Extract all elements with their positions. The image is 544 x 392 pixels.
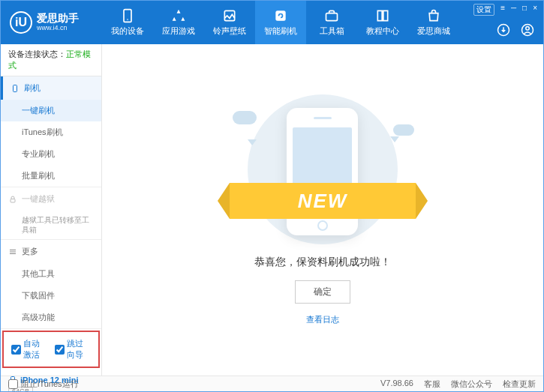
success-message: 恭喜您，保资料刷机成功啦！ (254, 256, 391, 269)
tab-ringtone[interactable]: 铃声壁纸 (204, 1, 255, 44)
success-illustration: NEW (225, 94, 420, 244)
new-badge: NEW (230, 183, 416, 219)
svg-rect-4 (326, 13, 338, 21)
settings-link[interactable]: 设置 (473, 4, 494, 16)
book-icon (375, 8, 390, 23)
svg-point-7 (526, 27, 530, 31)
sidebar-flash-header[interactable]: 刷机 (1, 76, 101, 100)
sidebar-item-pro-flash[interactable]: 专业刷机 (1, 143, 101, 165)
tab-label: 我的设备 (111, 25, 144, 37)
main-content: NEW 恭喜您，保资料刷机成功啦！ 确定 查看日志 (102, 44, 543, 376)
version-label: V7.98.66 (380, 379, 413, 390)
view-log-link[interactable]: 查看日志 (306, 314, 339, 325)
cloud-icon (233, 111, 257, 124)
connection-status: 设备连接状态：正常模式 (1, 44, 101, 76)
menu-icon[interactable]: ≡ (500, 4, 505, 16)
svg-point-1 (127, 19, 128, 20)
tab-flash[interactable]: 智能刷机 (255, 1, 306, 44)
window-controls: 设置 ≡ ─ □ × (473, 4, 537, 16)
refresh-icon (273, 8, 288, 23)
phone-icon (11, 84, 20, 93)
checkbox-auto-activate[interactable]: 自动激活 (11, 338, 47, 361)
cb-label: 自动激活 (23, 338, 47, 361)
confirm-button[interactable]: 确定 (295, 280, 350, 304)
toolbox-icon (324, 8, 339, 23)
support-link[interactable]: 客服 (424, 379, 440, 390)
app-name: 爱思助手 (37, 13, 79, 24)
sidebar-item-download-firmware[interactable]: 下载固件 (1, 285, 101, 307)
nav-tabs: 我的设备 应用游戏 铃声壁纸 智能刷机 工具箱 教程中心 爱思商城 (102, 1, 459, 44)
tab-label: 应用游戏 (162, 25, 195, 37)
block-itunes-checkbox[interactable]: 阻止iTunes运行 (8, 379, 79, 390)
chevron-down-icon (248, 139, 257, 145)
user-icon[interactable] (521, 23, 534, 37)
tab-my-device[interactable]: 我的设备 (102, 1, 153, 44)
minimize-icon[interactable]: ─ (511, 4, 516, 16)
tab-label: 教程中心 (366, 25, 399, 37)
app-logo-icon: iU (10, 11, 32, 34)
tab-toolbox[interactable]: 工具箱 (306, 1, 357, 44)
wechat-link[interactable]: 微信公众号 (451, 379, 492, 390)
tab-label: 智能刷机 (264, 25, 297, 37)
svg-rect-8 (14, 85, 17, 91)
sidebar-more-header[interactable]: 更多 (1, 240, 101, 263)
tab-label: 爱思商城 (417, 25, 450, 37)
store-icon (426, 8, 441, 23)
sidebar-item-advanced[interactable]: 高级功能 (1, 307, 101, 328)
menu-icon (8, 247, 17, 256)
tab-label: 铃声壁纸 (213, 25, 246, 37)
checkbox-highlight-area: 自动激活 跳过向导 (2, 331, 100, 368)
section-label: 更多 (22, 246, 38, 257)
apps-icon (171, 8, 186, 23)
sidebar-item-other-tools[interactable]: 其他工具 (1, 263, 101, 285)
sidebar: 设备连接状态：正常模式 刷机 一键刷机 iTunes刷机 专业刷机 批量刷机 一… (1, 44, 102, 376)
svg-rect-3 (275, 10, 285, 20)
sidebar-item-batch-flash[interactable]: 批量刷机 (1, 165, 101, 187)
close-icon[interactable]: × (533, 4, 537, 16)
jailbreak-note: 越狱工具已转移至工具箱 (1, 211, 101, 239)
tab-apps[interactable]: 应用游戏 (153, 1, 204, 44)
svg-rect-9 (11, 199, 15, 202)
phone-icon (120, 8, 135, 23)
section-label: 刷机 (24, 82, 41, 94)
tab-tutorial[interactable]: 教程中心 (357, 1, 408, 44)
cb-label: 跳过向导 (67, 338, 91, 361)
app-url: www.i4.cn (37, 25, 79, 32)
check-update-link[interactable]: 检查更新 (503, 379, 536, 390)
logo-area: iU 爱思助手 www.i4.cn (1, 11, 102, 34)
maximize-icon[interactable]: □ (522, 4, 527, 16)
tab-store[interactable]: 爱思商城 (408, 1, 459, 44)
section-label: 一键越狱 (22, 193, 55, 205)
sidebar-jailbreak-header[interactable]: 一键越狱 (1, 187, 101, 211)
cloud-icon (393, 124, 414, 136)
conn-label: 设备连接状态： (8, 49, 66, 58)
tab-label: 工具箱 (320, 25, 344, 37)
block-itunes-label: 阻止iTunes运行 (21, 379, 79, 390)
wallpaper-icon (222, 8, 237, 23)
chevron-down-icon (390, 136, 399, 142)
checkbox-skip-guide[interactable]: 跳过向导 (55, 338, 91, 361)
lock-icon (8, 195, 17, 204)
download-icon[interactable] (497, 23, 510, 37)
sidebar-item-oneclick-flash[interactable]: 一键刷机 (1, 100, 101, 121)
app-header: iU 爱思助手 www.i4.cn 我的设备 应用游戏 铃声壁纸 智能刷机 工具… (1, 1, 543, 44)
sidebar-item-itunes-flash[interactable]: iTunes刷机 (1, 121, 101, 143)
